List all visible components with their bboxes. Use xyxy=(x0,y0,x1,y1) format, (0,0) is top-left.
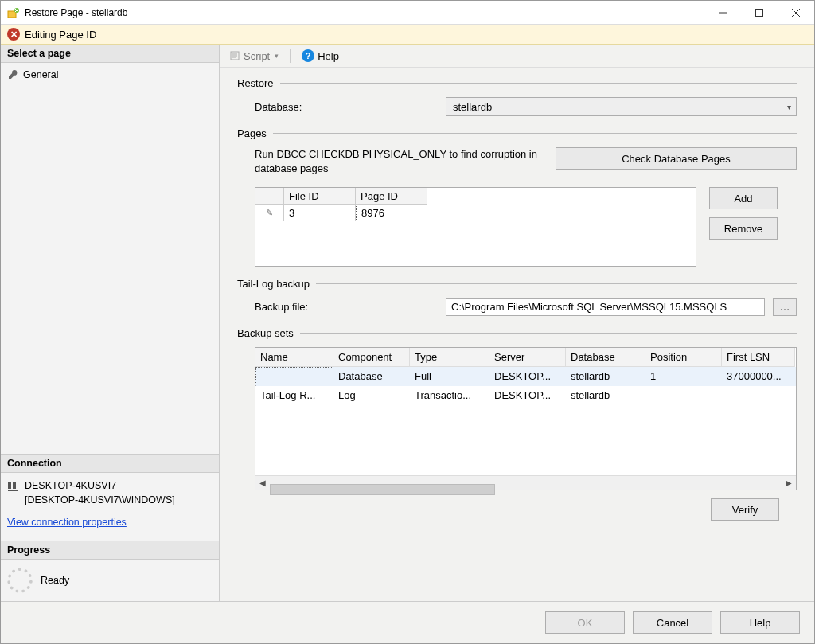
maximize-button[interactable] xyxy=(741,1,778,25)
col-position[interactable]: Position xyxy=(645,348,722,367)
restore-group-title: Restore xyxy=(237,77,274,89)
col-server[interactable]: Server xyxy=(489,348,566,367)
progress-status: Ready xyxy=(41,575,69,586)
svg-rect-5 xyxy=(8,490,18,491)
help-label: Help xyxy=(318,50,339,62)
col-database[interactable]: Database xyxy=(566,348,645,367)
cell-first-lsn xyxy=(722,386,795,405)
row-indicator: ✎ xyxy=(255,205,284,221)
cell-name[interactable] xyxy=(255,367,333,386)
script-button[interactable]: Script ▾ xyxy=(224,49,283,64)
toolbar-separator xyxy=(290,49,291,63)
edit-pencil-icon: ✎ xyxy=(266,208,273,218)
chevron-down-icon: ▾ xyxy=(787,103,791,111)
divider xyxy=(273,133,797,134)
server-name: DESKTOP-4KUSVI7 xyxy=(25,479,175,494)
scroll-thumb[interactable] xyxy=(270,484,495,495)
remove-button[interactable]: Remove xyxy=(709,217,778,240)
pages-grid[interactable]: File ID Page ID ✎ 3 8976 xyxy=(255,187,696,267)
help-button[interactable]: ? Help xyxy=(297,48,344,64)
cell-position: 1 xyxy=(645,367,722,386)
wrench-icon xyxy=(7,69,18,80)
view-connection-properties-link[interactable]: View connection properties xyxy=(7,517,127,528)
scroll-left-icon[interactable]: ◀ xyxy=(255,476,270,490)
cell-server: DESKTOP... xyxy=(489,367,566,386)
titlebar: Restore Page - stellardb xyxy=(1,1,814,25)
browse-button[interactable]: … xyxy=(773,298,797,316)
banner-text: Editing Page ID xyxy=(25,29,96,41)
svg-rect-2 xyxy=(756,9,763,16)
sidebar: Select a page General Connection xyxy=(1,45,220,601)
col-first-lsn[interactable]: First LSN xyxy=(722,348,795,367)
cell-file-id[interactable]: 3 xyxy=(284,205,356,221)
cell-position xyxy=(645,386,722,405)
ok-button[interactable]: OK xyxy=(545,611,625,634)
pages-grid-row[interactable]: ✎ 3 8976 xyxy=(255,205,696,221)
toolbar: Script ▾ ? Help xyxy=(220,45,814,68)
divider xyxy=(280,83,797,84)
dialog-footer: OK Cancel Help xyxy=(1,601,814,643)
scroll-right-icon[interactable]: ▶ xyxy=(782,476,796,490)
verify-button[interactable]: Verify xyxy=(711,498,779,521)
svg-rect-3 xyxy=(8,482,11,489)
cell-name[interactable]: Tail-Log R... xyxy=(255,386,333,405)
taillog-group-title: Tail-Log backup xyxy=(237,278,310,290)
pages-hint: Run DBCC CHECKDB PHYSICAL_ONLY to find c… xyxy=(255,147,541,176)
backup-file-label: Backup file: xyxy=(255,301,398,313)
svg-rect-4 xyxy=(13,482,16,489)
col-file-id: File ID xyxy=(284,188,356,205)
table-row[interactable]: Database Full DESKTOP... stellardb 1 370… xyxy=(255,367,796,386)
server-auth: [DESKTOP-4KUSVI7\WINDOWS] xyxy=(25,494,175,508)
backup-file-input[interactable]: C:\Program Files\Microsoft SQL Server\MS… xyxy=(446,298,765,316)
sidebar-item-label: General xyxy=(23,69,58,80)
connection-header: Connection xyxy=(1,454,219,473)
svg-rect-0 xyxy=(8,11,16,18)
progress-header: Progress xyxy=(1,541,219,560)
script-label: Script xyxy=(244,50,270,62)
progress-spinner-icon xyxy=(7,568,33,593)
divider xyxy=(300,333,797,334)
row-header-blank xyxy=(255,188,284,205)
check-database-pages-button[interactable]: Check Database Pages xyxy=(556,147,797,170)
error-icon: ✕ xyxy=(7,28,20,41)
cell-type: Full xyxy=(410,367,489,386)
cancel-button[interactable]: Cancel xyxy=(633,611,712,634)
close-button[interactable] xyxy=(778,1,814,25)
add-button[interactable]: Add xyxy=(709,187,778,209)
col-page-id: Page ID xyxy=(356,188,427,205)
chevron-down-icon: ▾ xyxy=(275,52,279,60)
backupsets-group-title: Backup sets xyxy=(237,327,294,339)
status-banner: ✕ Editing Page ID xyxy=(1,25,814,45)
pages-group-title: Pages xyxy=(237,127,267,139)
minimize-button[interactable] xyxy=(704,1,741,25)
divider xyxy=(316,283,797,284)
backup-sets-table[interactable]: Name Component Type Server Database Posi… xyxy=(255,347,797,490)
cell-first-lsn: 37000000... xyxy=(722,367,795,386)
database-label: Database: xyxy=(255,101,398,113)
connection-text: DESKTOP-4KUSVI7 [DESKTOP-4KUSVI7\WINDOWS… xyxy=(25,479,175,507)
ellipsis-icon: … xyxy=(780,301,790,313)
help-footer-button[interactable]: Help xyxy=(720,611,800,634)
backup-file-value: C:\Program Files\Microsoft SQL Server\MS… xyxy=(451,301,727,313)
col-type[interactable]: Type xyxy=(410,348,489,367)
server-icon xyxy=(7,481,18,492)
database-combo[interactable]: stellardb ▾ xyxy=(446,97,797,116)
cell-page-id[interactable]: 8976 xyxy=(356,205,427,221)
col-name[interactable]: Name xyxy=(255,348,333,367)
cell-database: stellardb xyxy=(566,367,645,386)
cell-component: Database xyxy=(333,367,410,386)
database-value: stellardb xyxy=(453,101,492,113)
sidebar-item-general[interactable]: General xyxy=(7,68,213,82)
cell-type: Transactio... xyxy=(410,386,489,405)
col-component[interactable]: Component xyxy=(333,348,410,367)
horizontal-scrollbar[interactable]: ◀ ▶ xyxy=(255,475,796,490)
table-row[interactable]: Tail-Log R... Log Transactio... DESKTOP.… xyxy=(255,386,796,405)
window-title: Restore Page - stellardb xyxy=(25,7,127,18)
cell-component: Log xyxy=(333,386,410,405)
cell-server: DESKTOP... xyxy=(489,386,566,405)
help-icon: ? xyxy=(302,49,314,62)
app-icon xyxy=(7,6,20,19)
cell-database: stellardb xyxy=(566,386,645,405)
select-page-header: Select a page xyxy=(1,45,219,63)
